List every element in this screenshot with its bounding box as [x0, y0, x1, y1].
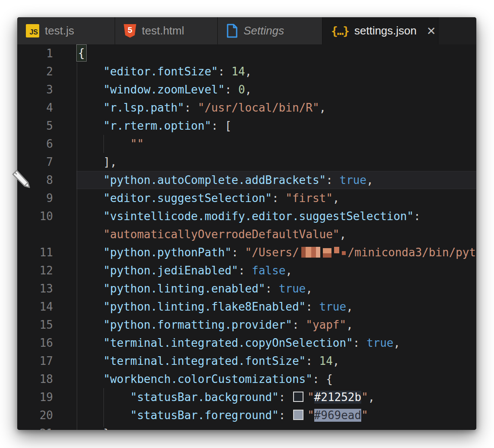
color-decorator-swatch[interactable]: [293, 410, 303, 420]
line-number[interactable]: 18: [17, 370, 76, 388]
code-token: 14: [231, 65, 245, 78]
code-token: :: [225, 83, 238, 96]
code-line[interactable]: "r.rterm.option": [: [76, 117, 476, 135]
code-token: :: [184, 101, 197, 114]
code-line[interactable]: "statusBar.foreground": "#969ead": [76, 406, 476, 424]
code-line[interactable]: "r.lsp.path": "/usr/local/bin/R",: [76, 99, 476, 117]
code-token: :: [279, 391, 292, 404]
line-number[interactable]: 12: [17, 261, 76, 280]
code-token: true: [319, 300, 347, 313]
line-number[interactable]: 2: [17, 62, 76, 81]
code-token: ,: [346, 300, 353, 313]
code-token: [76, 101, 103, 114]
code-line[interactable]: "python.formatting.provider": "yapf",: [76, 316, 476, 334]
code-token: false: [252, 264, 285, 277]
code-token: :: [218, 65, 231, 78]
redaction-pixel-block: [342, 251, 346, 255]
line-number[interactable]: 4: [17, 99, 76, 117]
code-token: ,: [340, 228, 347, 241]
line-number[interactable]: 21: [17, 424, 76, 430]
tab-Settings[interactable]: Settings: [218, 17, 322, 44]
line-number[interactable]: 17: [17, 352, 76, 370]
code-token: true: [340, 174, 367, 187]
code-line[interactable]: "vsintellicode.modify.editor.suggestSele…: [76, 207, 476, 225]
line-number[interactable]: 9: [17, 189, 76, 207]
code-token: [76, 210, 103, 223]
code-line[interactable]: "python.jediEnabled": false,: [76, 261, 476, 280]
tab-test-js[interactable]: JStest.js: [17, 17, 115, 44]
code-token: "python.jediEnabled": [103, 264, 238, 277]
js-file-icon: JS: [26, 24, 39, 37]
line-number[interactable]: 20: [17, 406, 76, 424]
code-line[interactable]: "window.zoomLevel": 0,: [76, 81, 476, 99]
line-number[interactable]: 3: [17, 81, 76, 99]
code-line[interactable]: "automaticallyOverrodeDefaultValue",: [76, 225, 476, 243]
color-decorator-swatch[interactable]: [293, 392, 303, 402]
code-token: : [: [211, 119, 231, 132]
tab-test-html[interactable]: 5test.html: [115, 17, 218, 44]
code-row: 2 "editor.fontSize": 14,: [17, 62, 476, 81]
line-number[interactable]: 10: [17, 207, 76, 225]
code-line[interactable]: "python.pythonPath": "/Users//miniconda3…: [76, 243, 476, 261]
line-number[interactable]: 15: [17, 316, 76, 334]
code-row: 19 "statusBar.background": "#21252b",: [17, 388, 476, 406]
code-line[interactable]: "python.linting.enabled": true,: [76, 280, 476, 298]
code-token: "editor.fontSize": [103, 65, 218, 78]
code-token: [76, 65, 103, 78]
code-token: :: [238, 264, 252, 277]
code-line[interactable]: {: [76, 44, 476, 62]
line-number[interactable]: 13: [17, 280, 76, 298]
code-row: 3 "window.zoomLevel": 0,: [17, 81, 476, 99]
code-token: [76, 264, 103, 277]
code-token: ": [307, 391, 314, 404]
code-token: "python.linting.flake8Enabled": [103, 300, 306, 313]
code-line[interactable]: "editor.fontSize": 14,: [76, 62, 476, 81]
code-token: #21252b: [314, 391, 362, 404]
code-token: "automaticallyOverrodeDefaultValue": [103, 228, 340, 241]
code-row: 5 "r.rterm.option": [: [17, 117, 476, 135]
code-token: ,: [333, 192, 340, 205]
code-token: ],: [103, 156, 117, 168]
code-row: 6 "": [17, 135, 476, 153]
code-token: "terminal.integrated.fontSize": [103, 355, 306, 367]
line-number[interactable]: 5: [17, 117, 76, 135]
code-token: "python.pythonPath": [103, 246, 231, 259]
code-token: /miniconda3/bin/python": [348, 246, 476, 259]
code-line[interactable]: ],: [76, 153, 476, 171]
code-row: 16 "terminal.integrated.copyOnSelection"…: [17, 334, 476, 352]
code-token: [76, 156, 103, 168]
code-line[interactable]: }: [76, 424, 476, 430]
tab-settings-json[interactable]: {…}settings.json✕: [322, 17, 438, 44]
code-line[interactable]: "workbench.colorCustomizations": {: [76, 370, 476, 388]
code-token: [76, 300, 103, 313]
code-token: "python.linting.enabled": [103, 282, 266, 295]
code-line[interactable]: "python.autoComplete.addBrackets": true,: [76, 171, 476, 189]
code-line[interactable]: "editor.suggestSelection": "first",: [76, 189, 476, 207]
code-line[interactable]: "statusBar.background": "#21252b",: [76, 388, 476, 406]
code-row: 15 "python.formatting.provider": "yapf",: [17, 316, 476, 334]
line-number[interactable]: 6: [17, 135, 76, 153]
code-row: 7 ],: [17, 153, 476, 171]
code-token: "/Users/: [245, 246, 299, 259]
line-number[interactable]: 19: [17, 388, 76, 406]
code-token: : {: [313, 373, 333, 386]
line-number[interactable]: 14: [17, 298, 76, 316]
code-line[interactable]: "": [76, 135, 476, 153]
code-token: [76, 228, 103, 241]
code-row: 17 "terminal.integrated.fontSize": 14,: [17, 352, 476, 370]
line-number[interactable]: 1: [17, 44, 76, 62]
indent-guide: [103, 388, 104, 427]
code-line[interactable]: "python.linting.flake8Enabled": true,: [76, 298, 476, 316]
code-token: "r.rterm.option": [103, 119, 211, 132]
settings-file-icon: [226, 24, 238, 38]
code-token: ,: [333, 355, 340, 367]
code-token: [76, 427, 103, 430]
code-line[interactable]: "terminal.integrated.fontSize": 14,: [76, 352, 476, 370]
code-row: 14 "python.linting.flake8Enabled": true,: [17, 298, 476, 316]
close-tab-icon[interactable]: ✕: [427, 25, 436, 37]
code-editor[interactable]: 1{2 "editor.fontSize": 14,3 "window.zoom…: [17, 44, 476, 430]
line-number[interactable]: 16: [17, 334, 76, 352]
code-token: {: [76, 44, 87, 62]
code-line[interactable]: "terminal.integrated.copyOnSelection": t…: [76, 334, 476, 352]
line-number[interactable]: 11: [17, 243, 76, 261]
